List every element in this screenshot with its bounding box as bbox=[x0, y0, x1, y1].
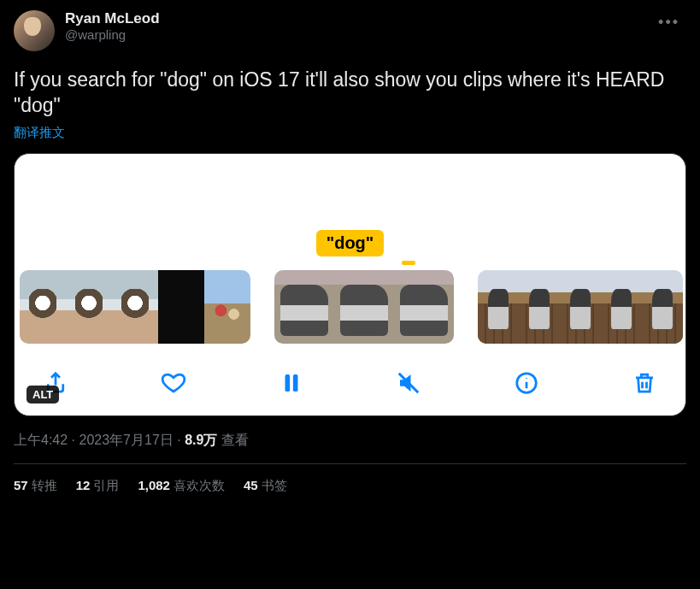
clip-frame bbox=[478, 270, 519, 344]
tweet-meta[interactable]: 上午4:42 · 2023年7月17日 · 8.9万 查看 bbox=[14, 432, 686, 450]
clip-frame bbox=[601, 270, 642, 344]
tweet-header: Ryan McLeod @warpling ••• bbox=[14, 10, 686, 51]
svg-rect-0 bbox=[285, 374, 290, 392]
search-term-tick bbox=[402, 261, 415, 265]
engagement-stats: 57转推 12引用 1,082喜欢次数 45书签 bbox=[14, 478, 686, 494]
clip-frame bbox=[394, 270, 454, 344]
likes-stat[interactable]: 1,082喜欢次数 bbox=[138, 478, 225, 494]
clip-group[interactable] bbox=[478, 270, 683, 344]
pause-icon[interactable] bbox=[276, 368, 307, 398]
tweet-text: If you search for "dog" on iOS 17 it'll … bbox=[14, 67, 686, 118]
timestamp-date: 2023年7月17日 bbox=[79, 433, 173, 447]
video-scrubber[interactable] bbox=[15, 268, 685, 345]
clip-frame bbox=[642, 270, 683, 344]
handle: @warpling bbox=[65, 27, 160, 43]
search-term-callout: "dog" bbox=[15, 221, 685, 256]
clip-frame bbox=[274, 270, 334, 344]
clip-frame bbox=[112, 270, 158, 344]
clip-frame bbox=[158, 270, 204, 344]
clip-frame bbox=[560, 270, 601, 344]
clip-group[interactable] bbox=[20, 270, 250, 344]
author-name-block[interactable]: Ryan McLeod @warpling bbox=[65, 10, 160, 43]
svg-rect-1 bbox=[292, 374, 297, 392]
translate-link[interactable]: 翻译推文 bbox=[14, 125, 65, 141]
divider bbox=[14, 463, 686, 464]
retweets-stat[interactable]: 57转推 bbox=[14, 478, 57, 494]
clip-frame bbox=[519, 270, 560, 344]
tweet-container: Ryan McLeod @warpling ••• If you search … bbox=[0, 0, 700, 504]
display-name: Ryan McLeod bbox=[65, 10, 160, 27]
more-menu-button[interactable]: ••• bbox=[651, 10, 686, 35]
heart-icon[interactable] bbox=[158, 368, 189, 398]
views-label: 查看 bbox=[217, 433, 248, 447]
trash-icon[interactable] bbox=[629, 368, 660, 398]
search-term-label: "dog" bbox=[316, 230, 385, 256]
bookmarks-stat[interactable]: 45书签 bbox=[244, 478, 287, 494]
media-card[interactable]: "dog" bbox=[14, 153, 686, 416]
clip-group[interactable] bbox=[274, 270, 454, 344]
clip-frame bbox=[66, 270, 112, 344]
info-icon[interactable] bbox=[511, 368, 542, 398]
timestamp-time: 上午4:42 bbox=[14, 433, 68, 447]
media-whitespace bbox=[15, 154, 685, 221]
clip-frame bbox=[334, 270, 394, 344]
quotes-stat[interactable]: 12引用 bbox=[76, 478, 120, 494]
clip-frame bbox=[204, 270, 250, 344]
svg-point-5 bbox=[526, 378, 527, 380]
mute-icon[interactable] bbox=[393, 368, 424, 398]
alt-badge[interactable]: ALT bbox=[26, 386, 59, 403]
clip-frame bbox=[20, 270, 66, 344]
media-toolbar bbox=[15, 345, 685, 403]
views-count: 8.9万 bbox=[185, 433, 217, 447]
avatar[interactable] bbox=[14, 10, 55, 51]
